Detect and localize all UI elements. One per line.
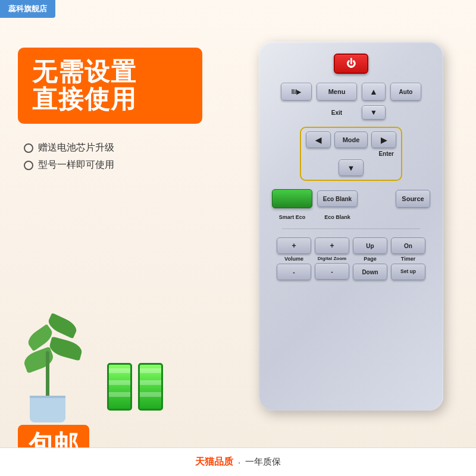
down-nav-row: ▼ <box>310 159 392 176</box>
remote-divider <box>282 228 421 229</box>
store-header: 蕊科旗舰店 <box>0 0 55 18</box>
battery-stripe <box>140 392 161 397</box>
headline-line2: 直接使用 <box>32 86 188 113</box>
battery-stripe <box>109 392 130 397</box>
volume-minus-button[interactable]: - <box>277 264 311 280</box>
battery-1 <box>107 363 132 411</box>
down-button-1[interactable]: ▼ <box>362 105 386 120</box>
battery-stripe <box>109 380 130 385</box>
headline-line1: 无需设置 <box>32 58 188 86</box>
page-col: Up Page Down <box>353 237 387 280</box>
eco-source-row: Eco Blank Source <box>270 189 433 208</box>
zoom-plus-button[interactable]: + <box>315 237 349 254</box>
smart-eco-label: Smart Eco <box>272 214 312 220</box>
remote-wrapper: ⏻ II/▶ Menu ▲ Auto Exit ▼ ◀ <box>238 24 464 428</box>
bottom-controls: + Volume - + Digital Zoom - <box>270 237 433 280</box>
feature-item-1: 赠送电池芯片升级 <box>24 142 202 154</box>
timer-setup-button[interactable]: Set up <box>391 264 425 280</box>
timer-label: Timer <box>391 256 425 262</box>
volume-col: + Volume - <box>277 237 311 280</box>
power-area: ⏻ <box>270 54 433 74</box>
battery-2 <box>138 363 163 411</box>
features-list: 赠送电池芯片升级 型号一样即可使用 <box>24 142 202 176</box>
zoom-label: Digital Zoom <box>315 256 349 261</box>
down-button-2[interactable]: ▼ <box>339 159 364 176</box>
page-wrapper: 蕊科旗舰店 无需设置 直接使用 赠送电池芯片升级 型号一样即可使用 <box>0 0 476 476</box>
right-button[interactable]: ▶ <box>371 131 396 148</box>
nav-row-1: II/▶ Menu ▲ Auto <box>270 83 433 101</box>
plant-stem <box>46 351 49 399</box>
volume-label: Volume <box>277 256 311 262</box>
smart-eco-button[interactable] <box>272 189 312 208</box>
remote-control: ⏻ II/▶ Menu ▲ Auto Exit ▼ ◀ <box>259 42 443 411</box>
zoom-plus-icon: + <box>330 242 334 249</box>
tmall-brand: 天猫品质 <box>195 456 233 468</box>
feature-text-2: 型号一样即可使用 <box>38 159 114 171</box>
zoom-minus-icon: - <box>331 268 333 275</box>
batteries-area <box>107 363 163 411</box>
headline-box: 无需设置 直接使用 <box>18 48 202 124</box>
plant-decoration <box>12 303 107 422</box>
plant-leaf <box>21 346 55 373</box>
feature-text-1: 赠送电池芯片升级 <box>38 142 114 154</box>
store-name: 蕊科旗舰店 <box>8 4 47 13</box>
circle-icon-2 <box>24 161 33 170</box>
zoom-minus-button[interactable]: - <box>315 263 349 280</box>
nav-cluster: ◀ Mode ▶ Enter ▼ <box>300 127 402 181</box>
page-label: Page <box>353 256 387 262</box>
timer-col: On Timer Set up <box>391 237 425 280</box>
enter-label: Enter <box>306 151 396 157</box>
feature-item-2: 型号一样即可使用 <box>24 159 202 171</box>
timer-on-button[interactable]: On <box>391 237 425 254</box>
plant-leaf <box>48 336 83 361</box>
auto-button[interactable]: Auto <box>390 83 421 101</box>
power-icon: ⏻ <box>346 58 356 69</box>
battery-stripe <box>140 380 161 385</box>
source-button[interactable]: Source <box>396 190 430 208</box>
volume-plus-icon: + <box>292 242 296 249</box>
page-down-button[interactable]: Down <box>353 264 387 280</box>
eco-blank-label-text: Eco Blank <box>317 214 358 220</box>
menu-button[interactable]: Menu <box>317 83 357 101</box>
bottom-bar: 天猫品质 · 一年质保 <box>0 447 476 476</box>
battery-stripe <box>140 368 161 373</box>
plant-pot <box>30 396 65 422</box>
play-pause-button[interactable]: II/▶ <box>281 83 312 101</box>
circle-icon-1 <box>24 143 33 153</box>
separator: · <box>238 457 240 467</box>
mode-button[interactable]: Mode <box>334 131 368 148</box>
power-button[interactable]: ⏻ <box>334 54 368 74</box>
warranty-text: 一年质保 <box>245 456 281 468</box>
volume-plus-button[interactable]: + <box>277 237 311 254</box>
volume-minus-icon: - <box>293 269 295 275</box>
page-up-button[interactable]: Up <box>353 237 387 254</box>
up-button[interactable]: ▲ <box>362 83 386 101</box>
eco-labels-row: Smart Eco Eco Blank <box>270 214 433 220</box>
middle-nav-row: ◀ Mode ▶ <box>306 131 396 148</box>
zoom-col: + Digital Zoom - <box>315 237 349 280</box>
eco-blank-label: Eco Blank <box>323 196 352 202</box>
exit-label: Exit <box>317 109 357 116</box>
eco-blank-button[interactable]: Eco Blank <box>317 190 358 207</box>
left-button[interactable]: ◀ <box>306 131 331 148</box>
battery-stripe <box>109 368 130 373</box>
